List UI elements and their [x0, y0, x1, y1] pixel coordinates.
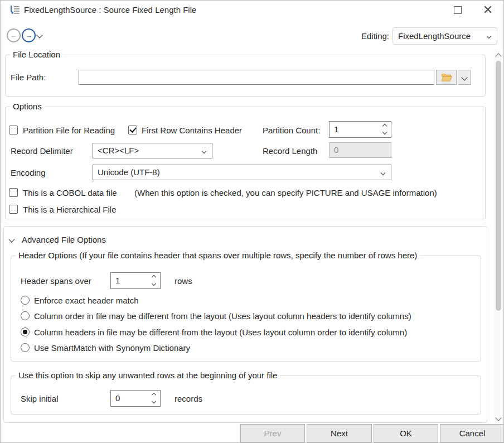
radio-smartmatch[interactable]	[21, 343, 30, 352]
encoding-dropdown[interactable]: Unicode (UTF-8)	[93, 165, 391, 180]
header-spans-label: Header spans over	[21, 276, 91, 286]
forward-button[interactable]: →	[22, 28, 36, 42]
source-document-icon	[9, 5, 21, 15]
radio-column-headers-different-label: Column headers in file may be different …	[34, 328, 407, 337]
encoding-label: Encoding	[11, 168, 46, 177]
spin-up-icon[interactable]	[152, 275, 156, 280]
hierarchical-file-label: This is a Hierarchical File	[23, 205, 117, 214]
spin-up-icon[interactable]	[382, 124, 387, 128]
partition-file-label: Partition File for Reading	[23, 126, 115, 135]
partition-count-label: Partition Count:	[263, 126, 320, 135]
file-location-legend: File Location	[10, 50, 63, 59]
chevron-down-icon	[202, 149, 206, 153]
scrollbar-thumb[interactable]	[496, 61, 501, 311]
spin-down-icon[interactable]	[382, 130, 387, 134]
record-delimiter-value: <CR><LF>	[98, 146, 139, 155]
editing-label: Editing:	[361, 31, 389, 41]
partition-file-checkbox[interactable]	[9, 126, 18, 134]
next-button[interactable]: Next	[307, 424, 372, 442]
skip-initial-label: Skip initial	[21, 394, 59, 403]
record-delimiter-dropdown[interactable]: <CR><LF>	[93, 143, 212, 158]
first-row-header-label: First Row Contains Header	[142, 126, 242, 135]
browse-file-button[interactable]	[436, 70, 457, 85]
cancel-button[interactable]: Cancel	[440, 424, 504, 442]
editing-object-value: FixedLengthSource	[398, 31, 471, 41]
scroll-up-icon[interactable]	[495, 53, 501, 59]
chevron-down-icon	[487, 34, 491, 38]
header-spans-value: 1	[115, 276, 120, 285]
cobol-file-checkbox[interactable]	[9, 188, 18, 197]
first-row-header-checkbox[interactable]	[128, 126, 137, 134]
skip-initial-value: 0	[115, 393, 120, 403]
cobol-file-label: This is a COBOL data file	[23, 188, 117, 198]
options-legend: Options	[10, 102, 45, 111]
spin-down-icon[interactable]	[152, 281, 156, 286]
maximize-button[interactable]	[454, 6, 462, 14]
ok-button[interactable]: OK	[374, 424, 438, 442]
back-button: ←	[7, 28, 21, 42]
spin-up-icon[interactable]	[152, 393, 156, 397]
file-path-input[interactable]	[79, 70, 434, 85]
skip-initial-suffix: records	[175, 394, 202, 403]
hierarchical-file-checkbox[interactable]	[9, 205, 18, 214]
radio-smartmatch-label: Use SmartMatch with Synonym Dictionary	[34, 343, 190, 353]
record-length-label: Record Length	[263, 146, 317, 156]
vertical-scrollbar[interactable]	[493, 50, 503, 423]
radio-column-order-different[interactable]	[21, 311, 30, 320]
partition-count-value: 1	[334, 124, 338, 134]
record-length-input: 0	[329, 142, 391, 158]
record-length-value: 0	[334, 145, 338, 155]
skip-rows-legend: Use this option to skip any unwanted row…	[16, 370, 280, 380]
cobol-note: (When this option is checked, you can sp…	[134, 188, 437, 198]
skip-initial-stepper[interactable]: 0	[110, 390, 161, 407]
header-spans-suffix: rows	[175, 276, 192, 286]
header-options-legend: Header Options (If your file contains he…	[16, 251, 420, 260]
forward-menu-chevron-icon[interactable]	[36, 32, 42, 38]
advanced-options-title[interactable]: Advanced File Options	[22, 235, 106, 244]
prev-button: Prev	[240, 424, 305, 442]
editing-object-dropdown[interactable]: FixedLengthSource	[392, 27, 497, 45]
encoding-value: Unicode (UTF-8)	[98, 167, 160, 177]
radio-column-order-different-label: Column order in file may be different fr…	[34, 311, 411, 321]
options-group: Options	[5, 107, 486, 219]
record-delimiter-label: Record Delimiter	[11, 146, 73, 156]
chevron-down-icon	[381, 171, 385, 175]
scroll-down-icon[interactable]	[495, 415, 501, 421]
fixed-length-source-dialog: FixedLengthSource : Source Fixed Length …	[0, 0, 504, 443]
spin-down-icon[interactable]	[152, 399, 156, 403]
radio-enforce-exact-match[interactable]	[21, 296, 30, 305]
radio-column-headers-different[interactable]	[21, 328, 30, 336]
chevron-down-icon	[461, 74, 467, 80]
header-spans-stepper[interactable]: 1	[110, 272, 161, 289]
skip-rows-group: Use this option to skip any unwanted row…	[11, 375, 481, 415]
radio-enforce-exact-match-label: Enforce exact header match	[34, 296, 139, 305]
window-title: FixedLengthSource : Source Fixed Length …	[24, 5, 196, 15]
file-path-label: File Path:	[11, 73, 46, 82]
close-button[interactable]	[483, 5, 492, 14]
title-bar: FixedLengthSource : Source Fixed Length …	[1, 1, 503, 20]
partition-count-stepper[interactable]: 1	[329, 121, 391, 138]
file-path-options-button[interactable]	[458, 70, 471, 85]
open-folder-icon	[440, 73, 453, 82]
